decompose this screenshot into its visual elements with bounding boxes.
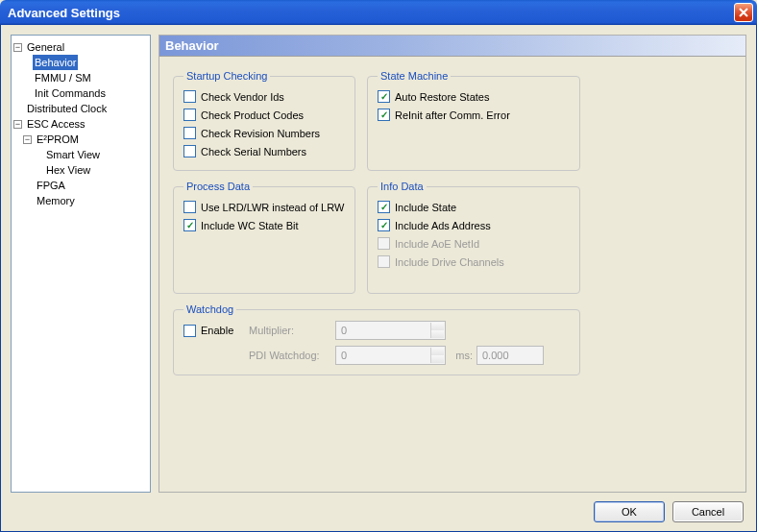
group-startup: Startup Checking Check Vendor Ids Check … <box>173 70 355 171</box>
nav-tree[interactable]: −General Behavior FMMU / SM Init Command… <box>11 35 151 493</box>
checkbox-icon <box>183 127 196 139</box>
group-state: State Machine ✓Auto Restore States ✓ReIn… <box>367 70 580 171</box>
chk-wc[interactable]: ✓Include WC State Bit <box>183 216 345 234</box>
chk-revision[interactable]: Check Revision Numbers <box>183 124 345 142</box>
titlebar[interactable]: Advanced Settings <box>0 0 757 25</box>
checkbox-icon <box>378 255 390 268</box>
group-state-legend: State Machine <box>378 70 451 82</box>
chk-product[interactable]: Check Product Codes <box>183 106 345 124</box>
input-ms: 0.000 <box>476 346 544 365</box>
chk-watchdog-enable[interactable]: Enable <box>183 322 249 340</box>
chk-include-aoe: Include AoE NetId <box>378 234 570 253</box>
checkbox-icon: ✓ <box>378 90 390 103</box>
label-pdi: PDI Watchdog: <box>249 350 335 361</box>
group-process-legend: Process Data <box>183 181 253 192</box>
tree-item-fmmu[interactable]: FMMU / SM <box>13 70 148 85</box>
button-bar: OK Cancel <box>594 501 744 522</box>
tree-item-distclock[interactable]: Distributed Clock <box>13 101 148 116</box>
group-watchdog-legend: Watchdog <box>183 303 236 315</box>
tree-item-general[interactable]: −General <box>13 39 148 55</box>
tree-item-behavior[interactable]: Behavior <box>13 55 148 70</box>
label-multiplier: Multiplier: <box>249 325 335 336</box>
group-watchdog: Watchdog Enable Multiplier: 0 PDI Watchd… <box>173 303 580 375</box>
close-icon <box>739 8 748 17</box>
group-info: Info Data ✓Include State ✓Include Ads Ad… <box>367 181 580 294</box>
checkbox-icon <box>183 201 196 213</box>
chk-reinit[interactable]: ✓ReInit after Comm. Error <box>378 106 570 124</box>
checkbox-icon: ✓ <box>378 109 390 121</box>
collapse-icon[interactable]: − <box>13 120 22 129</box>
checkbox-icon <box>378 237 390 250</box>
tree-item-memory[interactable]: Memory <box>13 193 148 208</box>
tree-item-init[interactable]: Init Commands <box>13 85 148 101</box>
tree-item-esc[interactable]: −ESC Access <box>13 116 148 132</box>
checkbox-icon <box>183 325 196 337</box>
checkbox-icon <box>183 109 196 121</box>
cancel-button[interactable]: Cancel <box>672 501 744 522</box>
chk-serial[interactable]: Check Serial Numbers <box>183 142 345 160</box>
chk-include-drive: Include Drive Channels <box>378 253 570 271</box>
chk-lrd[interactable]: Use LRD/LWR instead of LRW <box>183 198 345 216</box>
checkbox-icon <box>183 90 196 103</box>
input-pdi: 0 <box>335 346 446 365</box>
collapse-icon[interactable]: − <box>23 135 32 144</box>
ok-button[interactable]: OK <box>594 501 665 522</box>
chk-include-state[interactable]: ✓Include State <box>378 198 570 216</box>
group-info-legend: Info Data <box>378 181 427 192</box>
content-panel: Behavior Startup Checking Check Vendor I… <box>159 35 746 493</box>
checkbox-icon: ✓ <box>378 201 390 213</box>
tree-item-fpga[interactable]: FPGA <box>13 178 148 193</box>
checkbox-icon <box>183 145 196 157</box>
panel-title: Behavior <box>159 36 745 57</box>
tree-item-eeprom[interactable]: −E²PROM <box>13 132 148 147</box>
checkbox-icon: ✓ <box>378 219 390 231</box>
close-button[interactable] <box>734 3 753 22</box>
group-process: Process Data Use LRD/LWR instead of LRW … <box>173 181 355 294</box>
chk-include-ads[interactable]: ✓Include Ads Address <box>378 216 570 234</box>
group-startup-legend: Startup Checking <box>183 70 270 82</box>
tree-item-smartview[interactable]: Smart View <box>13 147 148 162</box>
chk-vendor[interactable]: Check Vendor Ids <box>183 87 345 106</box>
window-title: Advanced Settings <box>8 6 120 20</box>
checkbox-icon: ✓ <box>183 219 196 231</box>
collapse-icon[interactable]: − <box>13 43 22 52</box>
chk-auto-restore[interactable]: ✓Auto Restore States <box>378 87 570 106</box>
input-multiplier: 0 <box>335 321 446 340</box>
tree-item-hexview[interactable]: Hex View <box>13 162 148 178</box>
label-ms: ms: <box>446 350 476 361</box>
